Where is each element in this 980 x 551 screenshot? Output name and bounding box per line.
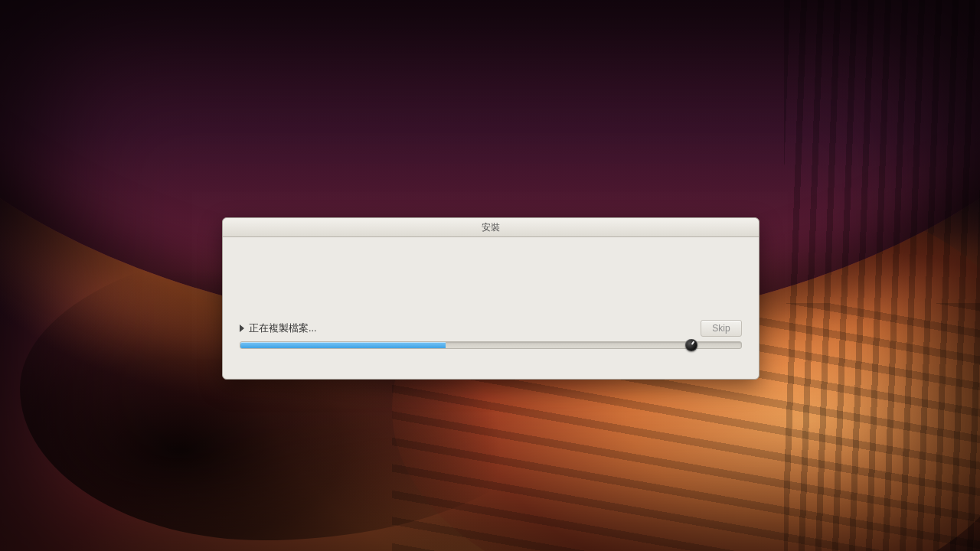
busy-spinner-icon <box>685 339 697 351</box>
status-expander[interactable]: 正在複製檔案... <box>240 322 316 335</box>
skip-button[interactable]: Skip <box>701 320 742 337</box>
status-row: 正在複製檔案... Skip <box>240 320 742 337</box>
install-progress-bar <box>240 341 742 349</box>
installer-dialog: 安裝 正在複製檔案... Skip <box>222 217 760 380</box>
chevron-right-icon <box>240 324 244 332</box>
dialog-title: 安裝 <box>223 218 759 237</box>
dialog-body: 正在複製檔案... Skip <box>223 237 759 380</box>
status-label: 正在複製檔案... <box>249 322 316 335</box>
install-progress-fill <box>240 342 446 348</box>
